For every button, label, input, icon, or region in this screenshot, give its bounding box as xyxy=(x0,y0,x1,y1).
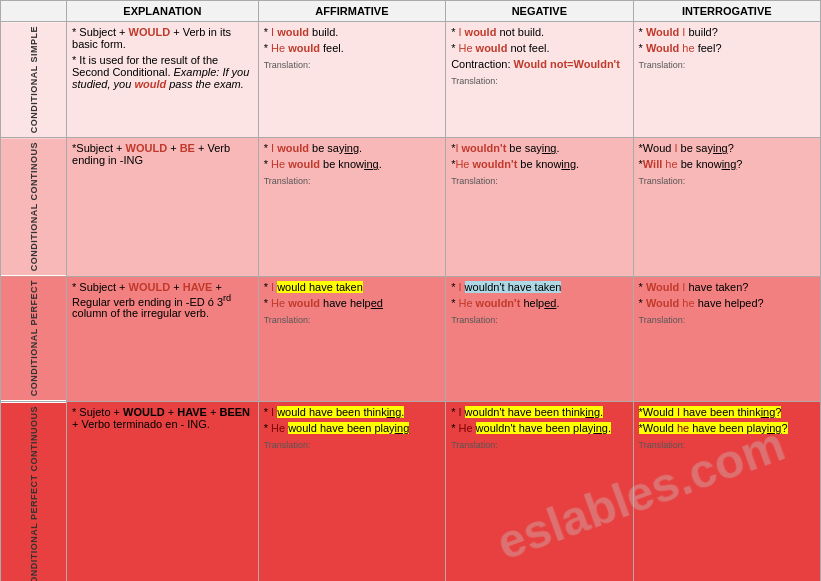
affirmative-perfect: * I would have taken * He would have hel… xyxy=(258,276,445,401)
header-negative: NEGATIVE xyxy=(446,1,633,22)
header-interrogative: INTERROGATIVE xyxy=(633,1,820,22)
explanation-perfect: * Subject + WOULD + HAVE + Regular verb … xyxy=(67,276,259,401)
header-affirmative: AFFIRMATIVE xyxy=(258,1,445,22)
interrogative-simple: * Would I build? * Would he feel? Transl… xyxy=(633,22,820,138)
grammar-table: EXPLANATION AFFIRMATIVE NEGATIVE INTERRO… xyxy=(0,0,821,581)
interrogative-perfect-continuous: *Would I have been thinking? *Would he h… xyxy=(633,402,820,581)
row-perfect: CONDITIONAL PERFECT * Subject + WOULD + … xyxy=(1,276,821,401)
header-explanation: EXPLANATION xyxy=(67,1,259,22)
negative-perfect-continuous: * I wouldn't have been thinking. * He wo… xyxy=(446,402,633,581)
affirmative-continuous: * I would be saying. * He would be knowi… xyxy=(258,138,445,276)
row-label-perfect-continuous: CONDITIONAL PERFECT CONTINUOUS xyxy=(1,402,67,581)
negative-simple: * I would not build. * He would not feel… xyxy=(446,22,633,138)
row-label-perfect: CONDITIONAL PERFECT xyxy=(1,276,67,401)
negative-continuous: *I wouldn't be saying. *He wouldn't be k… xyxy=(446,138,633,276)
row-label-simple: CONDITIONAL SIMPLE xyxy=(1,22,67,138)
affirmative-perfect-continuous: * I would have been thinking. * He would… xyxy=(258,402,445,581)
interrogative-perfect: * Would I have taken? * Would he have he… xyxy=(633,276,820,401)
row-continuous: CONDITIONAL CONTINOUS *Subject + WOULD +… xyxy=(1,138,821,276)
interrogative-continuous: *Woud I be saying? *Will he be knowing? … xyxy=(633,138,820,276)
affirmative-simple: * I would build. * He would feel. Transl… xyxy=(258,22,445,138)
row-perfect-continuous: CONDITIONAL PERFECT CONTINUOUS * Sujeto … xyxy=(1,402,821,581)
row-label-continuous: CONDITIONAL CONTINOUS xyxy=(1,138,67,276)
row-simple: CONDITIONAL SIMPLE * Subject + WOULD + V… xyxy=(1,22,821,138)
explanation-continuous: *Subject + WOULD + BE + Verb ending in -… xyxy=(67,138,259,276)
main-table-wrapper: EXPLANATION AFFIRMATIVE NEGATIVE INTERRO… xyxy=(0,0,821,581)
header-empty xyxy=(1,1,67,22)
explanation-simple: * Subject + WOULD + Verb in its basic fo… xyxy=(67,22,259,138)
explanation-perfect-continuous: * Sujeto + WOULD + HAVE + BEEN + Verbo t… xyxy=(67,402,259,581)
negative-perfect: * I wouldn't have taken * He wouldn't he… xyxy=(446,276,633,401)
